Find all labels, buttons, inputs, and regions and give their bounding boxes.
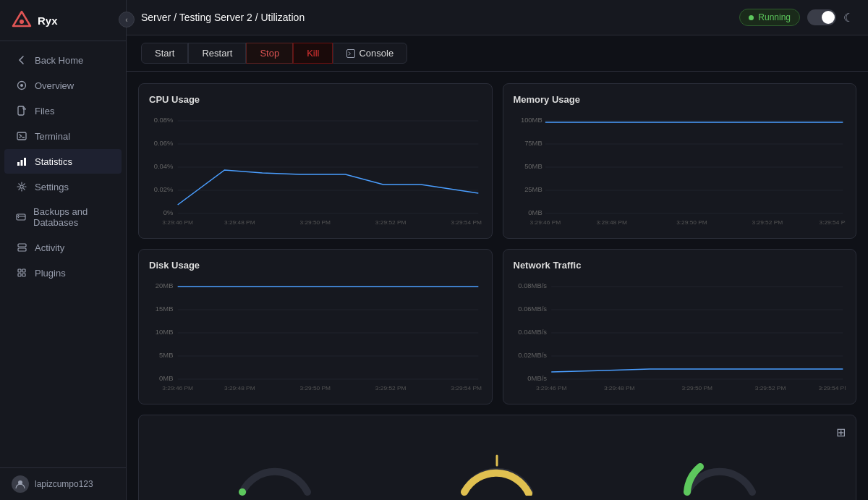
svg-text:3:29:54 PM: 3:29:54 PM [451,219,481,226]
svg-point-1 [20,20,24,24]
sidebar-item-label: Plugins [35,268,66,279]
sidebar-collapse-button[interactable]: ‹ [119,12,135,27]
svg-text:75MB: 75MB [524,140,542,147]
network-chart-card: Network Traffic 0.08MB/s 0.06MB/s 0.04MB… [503,249,857,404]
svg-text:3:29:54 PM: 3:29:54 PM [819,219,846,226]
sidebar-item-label: Terminal [35,131,70,142]
sidebar-item-label: Activity [35,242,64,253]
cpu-chart-title: CPU Usage [149,94,482,105]
sidebar-item-settings[interactable]: Settings [4,174,122,199]
sidebar-item-label: Statistics [35,156,72,167]
disk-chart-title: Disk Usage [149,260,482,271]
plugins-icon [16,267,27,279]
sidebar: Ryx ‹ Back Home Overview Files [0,0,127,500]
kill-button[interactable]: Kill [293,43,333,64]
svg-text:0.04MB/s: 0.04MB/s [518,329,547,336]
sidebar-item-back-home[interactable]: Back Home [4,48,122,72]
topbar-right: Running ☾ [739,9,854,26]
breadcrumb-server: Server [141,12,171,23]
svg-text:3:29:48 PM: 3:29:48 PM [224,385,255,391]
console-button[interactable]: Console [333,43,407,64]
memory-chart-svg: 100MB 75MB 50MB 25MB 0MB 3:29:46 PM 3 [514,112,846,228]
svg-point-12 [18,217,19,218]
svg-text:3:29:50 PM: 3:29:50 PM [299,219,331,226]
toggle-knob [822,11,835,24]
charts-row-top: CPU Usage 0.08% 0.06% 0.04% 0.02% 0% [138,83,856,239]
svg-text:15MB: 15MB [156,305,174,313]
svg-text:0MB: 0MB [159,375,173,382]
svg-rect-8 [24,158,26,166]
network-chart-container: 0.08MB/s 0.06MB/s 0.04MB/s 0.02MB/s 0MB/… [514,278,846,394]
stop-button[interactable]: Stop [246,43,293,64]
sidebar-item-activity[interactable]: Activity [4,235,122,260]
settings-icon [16,181,27,192]
memory-chart-card: Memory Usage 100MB 75MB 50MB 25MB 0MB [503,83,857,239]
theme-icon[interactable]: ☾ [843,11,854,25]
svg-text:0.04%: 0.04% [154,163,174,170]
svg-text:3:29:54 PM: 3:29:54 PM [818,385,846,391]
svg-text:3:29:54 PM: 3:29:54 PM [451,385,481,391]
svg-text:0%: 0% [163,209,174,216]
svg-text:3:29:50 PM: 3:29:50 PM [299,385,331,391]
app-title: Ryx [38,14,58,27]
memory-gauge: Memory: 96 % [454,445,540,500]
cpu-chart-container: 0.08% 0.06% 0.04% 0.02% 0% [149,112,482,228]
disk-chart-container: 20MB 15MB 10MB 5MB 0MB 3:29:46 PM 3:2 [149,278,482,394]
back-home-icon [16,54,27,66]
svg-text:25MB: 25MB [524,186,542,193]
svg-text:0.06MB/s: 0.06MB/s [518,305,547,313]
svg-text:10MB: 10MB [156,329,174,336]
avatar [12,475,29,493]
svg-point-3 [20,84,23,87]
cpu-gauge: CPU: 0 % [231,445,318,500]
svg-text:3:29:52 PM: 3:29:52 PM [754,385,786,391]
action-bar: Start Restart Stop Kill Console [127,35,868,72]
svg-text:50MB: 50MB [524,163,542,170]
sidebar-item-label: Settings [35,182,69,192]
network-chart-title: Network Traffic [514,260,846,271]
svg-rect-14 [18,248,26,251]
svg-text:0.08MB/s: 0.08MB/s [518,282,547,289]
sidebar-item-statistics[interactable]: Statistics [4,149,122,174]
backups-icon [16,211,26,223]
sidebar-nav: Back Home Overview Files Terminal [0,41,126,467]
breadcrumb-testing-server: Testing Server 2 [179,12,252,23]
svg-text:0.02MB/s: 0.02MB/s [518,352,547,359]
disk-gauge-svg [676,445,763,496]
svg-rect-6 [17,162,20,166]
svg-text:100MB: 100MB [520,116,542,124]
restart-button[interactable]: Restart [188,43,246,64]
console-label: Console [359,48,393,59]
sidebar-item-terminal[interactable]: Terminal [4,124,122,148]
svg-text:5MB: 5MB [159,352,173,359]
sidebar-item-plugins[interactable]: Plugins [4,260,122,285]
svg-text:3:29:48 PM: 3:29:48 PM [603,385,634,391]
memory-chart-container: 100MB 75MB 50MB 25MB 0MB 3:29:46 PM 3 [514,112,846,228]
breadcrumb-sep1: / [174,12,179,23]
start-button[interactable]: Start [141,43,188,64]
terminal-icon [16,130,27,142]
network-chart-svg: 0.08MB/s 0.06MB/s 0.04MB/s 0.02MB/s 0MB/… [514,278,846,394]
svg-point-9 [20,185,23,188]
svg-text:3:29:52 PM: 3:29:52 PM [752,219,783,226]
status-label: Running [758,12,791,22]
sidebar-item-files[interactable]: Files [4,98,122,123]
svg-point-11 [18,215,19,216]
svg-text:3:29:52 PM: 3:29:52 PM [375,219,407,226]
app-logo [12,10,32,30]
status-dot [749,15,754,20]
svg-rect-10 [17,214,25,220]
files-icon [16,105,27,116]
toggle-switch[interactable] [807,9,836,25]
footer-username: lapizcumpo123 [35,479,93,489]
svg-text:3:29:46 PM: 3:29:46 PM [162,385,193,391]
svg-text:3:29:48 PM: 3:29:48 PM [224,219,255,226]
svg-text:3:29:46 PM: 3:29:46 PM [535,385,566,391]
sidebar-item-backups[interactable]: Backups and Databases [4,200,122,234]
sidebar-item-overview[interactable]: Overview [4,73,122,98]
overview-icon [16,80,27,91]
disk-chart-svg: 20MB 15MB 10MB 5MB 0MB 3:29:46 PM 3:2 [149,278,482,394]
svg-text:0MB: 0MB [528,209,542,216]
breadcrumb-sep2: / [255,12,261,23]
grid-view-icon[interactable]: ⊞ [836,425,846,439]
